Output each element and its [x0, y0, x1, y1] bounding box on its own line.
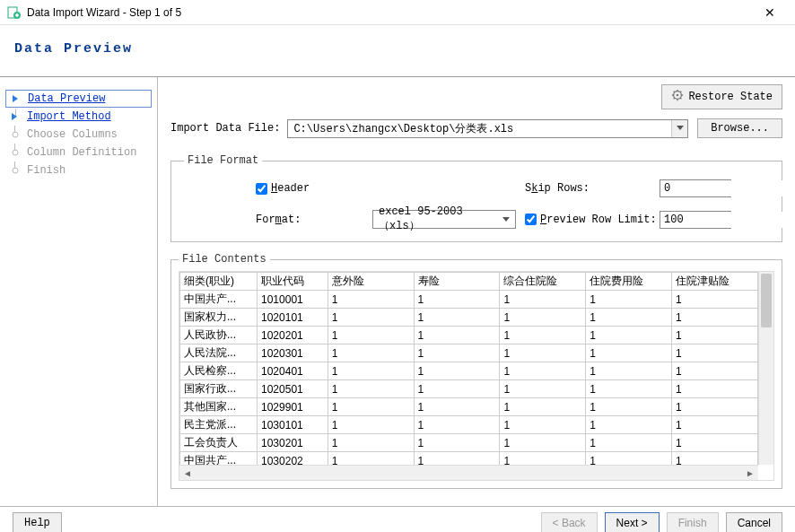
table-cell: 1	[414, 416, 500, 434]
table-cell: 1	[500, 327, 586, 344]
header-checkbox[interactable]: Header	[256, 182, 372, 195]
table-cell: 1030201	[258, 434, 328, 452]
table-cell: 1	[672, 344, 758, 362]
header-label-rest: eader	[277, 182, 310, 195]
table-cell: 1	[328, 434, 414, 452]
circle-icon	[9, 128, 22, 141]
table-row[interactable]: 人民检察...102040111111	[180, 362, 758, 380]
window-title: Data Import Wizard - Step 1 of 5	[27, 6, 752, 19]
file-dropdown-button[interactable]	[671, 120, 687, 137]
title-bar: Data Import Wizard - Step 1 of 5 ✕	[0, 0, 795, 25]
column-header[interactable]: 住院津贴险	[672, 273, 758, 291]
table-cell: 1	[414, 398, 500, 416]
step-label: Import Method	[27, 110, 111, 123]
column-header[interactable]: 职业代码	[258, 273, 328, 291]
preview-table: 细类(职业)职业代码意外险寿险综合住院险住院费用险住院津贴险 中国共产...10…	[179, 272, 758, 465]
table-cell: 1010001	[258, 291, 328, 309]
header-checkbox-input[interactable]	[256, 183, 267, 195]
table-cell: 1	[500, 309, 586, 327]
table-cell: 中国共产...	[180, 291, 258, 309]
browse-button[interactable]: Browse...	[697, 118, 782, 138]
next-button[interactable]: Next >	[605, 512, 660, 533]
scroll-thumb[interactable]	[761, 274, 772, 327]
table-cell: 人民政协...	[180, 327, 258, 344]
preview-limit-checkbox-input[interactable]	[525, 214, 537, 225]
column-header[interactable]: 综合住院险	[500, 273, 586, 291]
table-row[interactable]: 中国共产...101000111111	[180, 291, 758, 309]
table-row[interactable]: 民主党派...103010111111	[180, 416, 758, 434]
skip-rows-field[interactable]	[660, 180, 795, 196]
table-cell: 1	[414, 452, 500, 466]
format-label: Format:	[256, 214, 365, 226]
arrow-right-icon	[10, 92, 22, 105]
step-label: Choose Columns	[27, 128, 118, 141]
table-row[interactable]: 中国共产...103020211111	[180, 452, 758, 466]
svg-point-4	[13, 168, 18, 173]
table-cell: 1	[672, 452, 758, 466]
preview-limit-input[interactable]: ▲▼	[660, 211, 731, 229]
file-format-fieldset: File Format Header Skip Rows: ▲▼ Format:…	[170, 154, 782, 242]
horizontal-scrollbar[interactable]: ◄ ►	[179, 465, 758, 480]
table-cell: 1020101	[258, 309, 328, 327]
help-button[interactable]: Help	[13, 512, 62, 533]
column-header[interactable]: 寿险	[414, 273, 500, 291]
restore-state-button[interactable]: Restore State	[661, 84, 782, 109]
file-format-legend: File Format	[184, 154, 262, 167]
table-cell: 1	[328, 416, 414, 434]
scroll-right-icon[interactable]: ►	[746, 468, 755, 478]
table-cell: 1030202	[258, 452, 328, 466]
step-label: Data Preview	[28, 92, 105, 105]
column-header[interactable]: 细类(职业)	[180, 273, 258, 291]
table-cell: 工会负责人	[180, 434, 258, 452]
table-row[interactable]: 人民法院...102030111111	[180, 344, 758, 362]
table-cell: 1	[414, 291, 500, 309]
table-cell: 1	[414, 362, 500, 380]
import-file-label: Import Data File:	[170, 122, 280, 135]
table-cell: 1	[328, 362, 414, 380]
circle-icon	[9, 164, 22, 177]
table-cell: 1	[672, 434, 758, 452]
close-button[interactable]: ✕	[752, 0, 788, 25]
table-cell: 1	[414, 309, 500, 327]
table-cell: 民主党派...	[180, 416, 258, 434]
preview-limit-checkbox[interactable]: Preview Row Limit:	[525, 214, 660, 226]
table-cell: 1	[586, 416, 672, 434]
table-row[interactable]: 国家行政...102050111111	[180, 380, 758, 398]
preview-limit-field[interactable]	[660, 212, 795, 228]
table-cell: 1020501	[258, 380, 328, 398]
skip-rows-input[interactable]: ▲▼	[660, 179, 731, 197]
table-cell: 1	[586, 327, 672, 344]
step-finish: Finish	[5, 161, 152, 179]
scroll-left-icon[interactable]: ◄	[183, 468, 192, 478]
table-cell: 其他国家...	[180, 398, 258, 416]
table-cell: 1	[500, 362, 586, 380]
table-row[interactable]: 人民政协...102020111111	[180, 327, 758, 344]
table-row[interactable]: 国家权力...102010111111	[180, 309, 758, 327]
format-select[interactable]: excel 95-2003（xls）	[372, 210, 516, 229]
table-cell: 1	[672, 362, 758, 380]
import-file-input[interactable]	[288, 120, 671, 137]
step-import-method[interactable]: Import Method	[5, 108, 152, 126]
table-cell: 1	[414, 434, 500, 452]
svg-point-6	[677, 94, 679, 97]
column-header[interactable]: 意外险	[328, 273, 414, 291]
table-cell: 人民检察...	[180, 362, 258, 380]
table-cell: 1	[500, 452, 586, 466]
column-header[interactable]: 住院费用险	[586, 273, 672, 291]
cancel-button[interactable]: Cancel	[726, 512, 782, 533]
finish-button: Finish	[667, 512, 719, 533]
table-cell: 1	[328, 309, 414, 327]
table-cell: 1	[586, 380, 672, 398]
table-row[interactable]: 其他国家...102990111111	[180, 398, 758, 416]
table-cell: 1	[672, 398, 758, 416]
step-data-preview[interactable]: Data Preview	[5, 90, 152, 108]
wizard-steps-sidebar: Data Preview Import Method Choose Column…	[0, 77, 158, 506]
table-cell: 1	[672, 416, 758, 434]
file-contents-legend: File Contents	[179, 253, 270, 266]
vertical-scrollbar[interactable]	[758, 272, 773, 465]
table-cell: 中国共产...	[180, 452, 258, 466]
import-file-combo[interactable]	[287, 119, 688, 138]
table-cell: 1	[328, 327, 414, 344]
step-column-definition: Column Definition	[5, 144, 152, 161]
table-row[interactable]: 工会负责人103020111111	[180, 434, 758, 452]
